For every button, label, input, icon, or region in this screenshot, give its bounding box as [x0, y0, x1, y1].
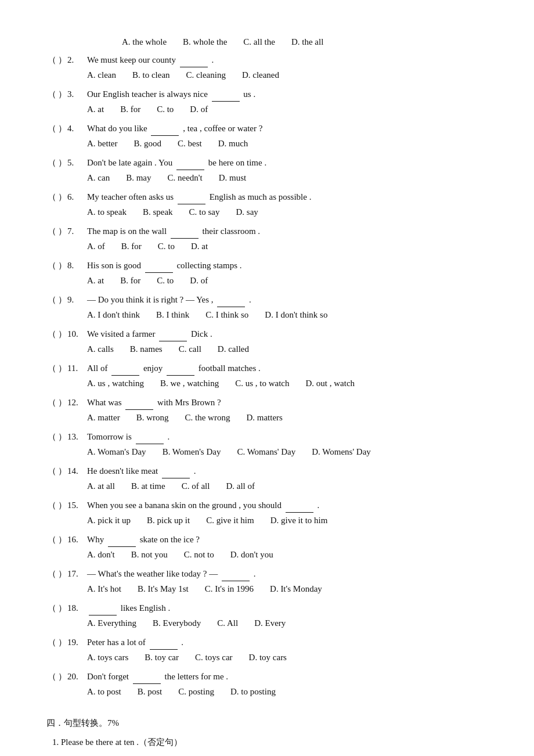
question-line-8: （）8.His son is good collecting stamps . — [46, 258, 499, 273]
blank-19 — [150, 635, 178, 650]
q-num-11: 11. — [67, 361, 87, 376]
q5-opt-a: A. can — [87, 171, 110, 186]
answer-line-16: A. don'tB. not youC. not toD. don't you — [87, 548, 499, 563]
paren-right-3: ） — [57, 87, 67, 102]
q9-opt-d: D. I don't think so — [265, 308, 327, 323]
paren-left-19: （ — [46, 635, 57, 650]
q19-opt-a: A. toys cars — [87, 650, 128, 665]
paren-right-4: ） — [57, 121, 67, 136]
q-text-4: What do you like , tea , coffee or water… — [87, 121, 499, 136]
answer-line-14: A. at allB. at timeC. of allD. all of — [87, 479, 499, 494]
q-num-19: 19. — [67, 635, 87, 650]
question-line-19: （）19.Peter has a lot of . — [46, 635, 499, 650]
question-line-7: （）7.The map is on the wall their classro… — [46, 224, 499, 239]
q20-opt-d: D. to posting — [230, 685, 276, 700]
paren-left-10: （ — [46, 327, 57, 342]
q20-opt-a: A. to post — [87, 685, 121, 700]
answer-line-18: A. EverythingB. EverybodyC. AllD. Every — [87, 616, 499, 631]
q8-opt-c: C. to — [157, 273, 174, 289]
answer-line-6: A. to speakB. speakC. to sayD. say — [87, 205, 499, 220]
paren-right-14: ） — [57, 464, 67, 479]
q1-opt-c: C. all the — [243, 35, 275, 50]
q11-opt-a: A. us , watching — [87, 376, 144, 391]
q10-opt-a: A. calls — [87, 342, 114, 357]
blank-5 — [176, 155, 204, 171]
blank-10 — [159, 326, 187, 342]
q14-opt-d: D. all of — [226, 479, 255, 494]
q-text-17: — What's the weather like today ? — . — [87, 566, 499, 582]
q-num-8: 8. — [67, 258, 87, 273]
q15-opt-a: A. pick it up — [87, 513, 131, 528]
blank2-11 — [167, 361, 194, 376]
section4-item1: 1. Please be there at ten .（否定句） — [52, 735, 499, 750]
q17-opt-a: A. It's hot — [87, 582, 121, 597]
q18-opt-a: A. Everything — [87, 616, 136, 631]
blank-3 — [212, 87, 240, 102]
q-text-6: My teacher often asks us English as much… — [87, 189, 499, 205]
q14-opt-b: B. at time — [131, 479, 165, 494]
answer-line-12: A. matterB. wrongC. the wrongD. matters — [87, 411, 499, 426]
paren-left-3: （ — [46, 87, 57, 102]
blank-13 — [136, 429, 164, 445]
paren-left-15: （ — [46, 498, 57, 513]
q-text-16: Why skate on the ice ? — [87, 532, 499, 548]
q4-opt-d: D. much — [218, 136, 248, 152]
question-line-3: （）3.Our English teacher is always nice u… — [46, 87, 499, 102]
answer-line-7: A. ofB. forC. toD. at — [87, 239, 499, 254]
paren-left-4: （ — [46, 121, 57, 136]
answer-line-9: A. I don't thinkB. I thinkC. I think soD… — [87, 308, 499, 323]
answer-line-20: A. to postB. postC. postingD. to posting — [87, 685, 499, 700]
q14-opt-a: A. at all — [87, 479, 115, 494]
q18-opt-b: B. Everybody — [153, 616, 201, 631]
q19-opt-d: D. toy cars — [249, 650, 287, 665]
q4-opt-a: A. better — [87, 136, 117, 152]
q-text-10: We visited a farmer Dick . — [87, 326, 499, 342]
paren-left-5: （ — [46, 156, 57, 171]
paren-left-11: （ — [46, 361, 57, 376]
question-line-18: （）18. likes English . — [46, 600, 499, 616]
paren-right-16: ） — [57, 532, 67, 548]
q5-opt-c: C. needn't — [168, 171, 203, 186]
q9-opt-c: C. I think so — [205, 308, 248, 323]
q7-opt-a: A. of — [87, 239, 105, 254]
q8-opt-a: A. at — [87, 273, 104, 289]
paren-right-19: ） — [57, 635, 67, 650]
blank-15 — [286, 498, 313, 513]
q6-opt-d: D. say — [236, 205, 258, 220]
blank-17 — [222, 566, 250, 582]
blank-12 — [125, 395, 153, 411]
q1-opt-d: D. the all — [291, 35, 323, 50]
q18-opt-d: D. Every — [254, 616, 286, 631]
blank-20 — [133, 669, 161, 685]
q-num-17: 17. — [67, 567, 87, 582]
paren-right-5: ） — [57, 156, 67, 171]
q4-opt-c: C. best — [178, 136, 202, 152]
q-text-13: Tomorrow is . — [87, 429, 499, 445]
paren-left-9: （ — [46, 293, 57, 308]
q6-opt-b: B. speak — [143, 205, 173, 220]
question-line-6: （）6.My teacher often asks us English as … — [46, 189, 499, 205]
q-num-20: 20. — [67, 669, 87, 685]
answer-line-10: A. callsB. namesC. callD. called — [87, 342, 499, 357]
question-line-20: （）20.Don't forget the letters for me . — [46, 669, 499, 685]
paren-right-15: ） — [57, 498, 67, 513]
question-line-10: （）10.We visited a farmer Dick . — [46, 326, 499, 342]
paren-right-2: ） — [57, 53, 67, 68]
question-line-11: （）11.All of enjoy football matches . — [46, 361, 499, 376]
q2-opt-a: A. clean — [87, 68, 116, 83]
q14-opt-c: C. of all — [182, 479, 210, 494]
q13-opt-b: B. Women's Day — [163, 445, 221, 460]
q1-opt-a: A. the whole — [122, 35, 167, 50]
answer-line-2: A. cleanB. to cleanC. cleaningD. cleaned — [87, 68, 499, 83]
q-num-7: 7. — [67, 224, 87, 239]
q3-opt-c: C. to — [157, 102, 174, 117]
paren-left-12: （ — [46, 395, 57, 411]
q19-opt-c: C. toys car — [195, 650, 233, 665]
q9-opt-b: B. I think — [156, 308, 189, 323]
q1-options-line: A. the whole B. whole the C. all the D. … — [122, 35, 499, 50]
q-num-6: 6. — [67, 190, 87, 205]
blank-7 — [171, 224, 199, 239]
q16-opt-c: C. not to — [184, 548, 214, 563]
q3-opt-b: B. for — [120, 102, 140, 117]
q-text-9: — Do you think it is right ? — Yes , . — [87, 292, 499, 308]
